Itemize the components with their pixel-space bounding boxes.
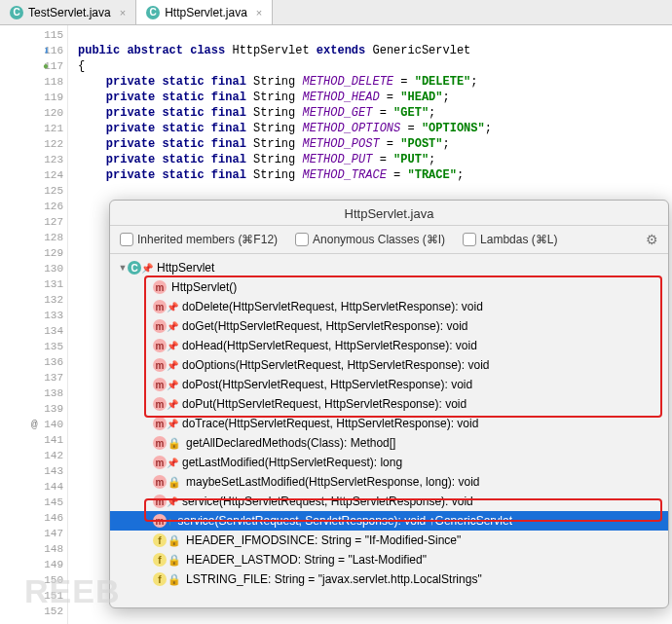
pin-icon: 📌: [168, 341, 177, 350]
pin-icon: 📌: [168, 458, 177, 467]
method-icon: m: [153, 378, 167, 391]
line-number: 135: [0, 339, 67, 354]
line-number: 125: [0, 183, 67, 199]
line-number: 143: [0, 463, 67, 479]
method-icon: m: [153, 319, 167, 333]
download-icon[interactable]: ⬇: [43, 44, 50, 58]
method-icon: m: [153, 495, 167, 508]
class-icon: C: [10, 6, 23, 19]
line-number: 146: [0, 510, 67, 526]
tree-member[interactable]: m📌doOptions(HttpServletRequest, HttpServ…: [110, 355, 668, 375]
line-number: 130: [0, 261, 67, 276]
line-number: 150: [0, 572, 67, 588]
method-icon: m: [153, 436, 167, 450]
line-gutter: 115116⬇117●11811912012112212312412512612…: [0, 25, 68, 624]
line-number: 152: [0, 604, 67, 619]
line-number: 142: [0, 448, 67, 463]
line-number: 136: [0, 354, 67, 370]
line-number: 120: [0, 105, 67, 121]
field-icon: f: [153, 553, 167, 567]
checkbox-icon[interactable]: [120, 233, 133, 246]
code-line: [78, 27, 672, 43]
pin-icon: 📌: [168, 419, 177, 428]
chevron-down-icon[interactable]: ▼: [118, 263, 128, 273]
method-icon: m: [153, 358, 167, 372]
code-line: {: [78, 58, 672, 74]
method-icon: m: [153, 339, 167, 352]
filter-lambdas[interactable]: Lambdas (⌘L): [463, 233, 557, 246]
line-number: 115: [0, 27, 67, 43]
checkbox-icon[interactable]: [463, 233, 476, 246]
lock-icon: 🔒: [168, 534, 181, 547]
line-number: 116⬇: [0, 43, 67, 58]
popup-title: HttpServlet.java: [110, 201, 668, 226]
member-label: getAllDeclaredMethods(Class): Method[]: [186, 436, 395, 450]
tree-member[interactable]: m📌doPost(HttpServletRequest, HttpServlet…: [110, 375, 668, 394]
line-number: 131: [0, 276, 67, 292]
class-icon: C: [146, 6, 160, 19]
gear-icon[interactable]: ⚙: [646, 232, 658, 247]
close-icon[interactable]: ×: [120, 7, 126, 18]
pin-icon: 📌: [142, 263, 152, 273]
method-icon: m: [153, 397, 167, 411]
line-number: 147: [0, 526, 67, 541]
line-number: 137: [0, 370, 67, 385]
tree-member[interactable]: mHttpServlet(): [110, 277, 668, 297]
code-line: private static final String METHOD_DELET…: [78, 74, 672, 90]
popup-filters: Inherited members (⌘F12) Anonymous Class…: [110, 226, 668, 254]
tree-member[interactable]: f🔒HEADER_IFMODSINCE: String = "If-Modifi…: [110, 531, 668, 550]
tree-member[interactable]: m📌getLastModified(HttpServletRequest): l…: [110, 453, 668, 472]
line-number: 148: [0, 541, 67, 557]
override-icon[interactable]: ●: [43, 61, 49, 72]
member-label: service(HttpServletRequest, HttpServletR…: [182, 495, 473, 508]
tree-member[interactable]: m📌doDelete(HttpServletRequest, HttpServl…: [110, 297, 668, 316]
checkbox-icon[interactable]: [295, 233, 309, 246]
pin-icon: 📌: [168, 360, 177, 370]
method-icon: m: [153, 456, 167, 469]
pin-icon: 📌: [168, 496, 177, 506]
tab-label: TestServlet.java: [28, 6, 111, 19]
tree-member[interactable]: m📌doGet(HttpServletRequest, HttpServletR…: [110, 316, 668, 336]
line-number: 123: [0, 152, 67, 167]
field-icon: f: [153, 572, 167, 586]
at-icon: @: [31, 419, 38, 430]
line-number: 121: [0, 121, 67, 136]
tree-member[interactable]: m↑service(ServletRequest, ServletRespons…: [110, 511, 668, 531]
method-icon: m: [153, 475, 167, 489]
filter-inherited[interactable]: Inherited members (⌘F12): [120, 233, 278, 246]
class-icon: C: [128, 261, 141, 275]
lock-icon: 🔒: [168, 554, 181, 567]
member-label: doPut(HttpServletRequest, HttpServletRes…: [182, 397, 467, 411]
tab-testservlet[interactable]: C TestServlet.java ×: [0, 0, 136, 24]
tree-member[interactable]: m🔒maybeSetLastModified(HttpServletRespon…: [110, 472, 668, 492]
tree-root[interactable]: ▼C📌HttpServlet: [110, 258, 668, 277]
line-number: 129: [0, 245, 67, 261]
line-number: 149: [0, 557, 67, 572]
method-icon: m: [153, 514, 167, 528]
tree-member[interactable]: m📌doTrace(HttpServletRequest, HttpServle…: [110, 414, 668, 433]
filter-anonymous[interactable]: Anonymous Classes (⌘I): [295, 233, 445, 246]
structure-tree[interactable]: ▼C📌HttpServletmHttpServlet()m📌doDelete(H…: [110, 254, 668, 605]
member-label: doHead(HttpServletRequest, HttpServletRe…: [182, 339, 477, 352]
code-line: private static final String METHOD_PUT =…: [78, 152, 672, 167]
pin-icon: 📌: [168, 399, 177, 409]
member-label: doDelete(HttpServletRequest, HttpServlet…: [182, 300, 483, 313]
tab-httpservlet[interactable]: C HttpServlet.java ×: [136, 0, 273, 24]
override-up-icon: ↑: [168, 515, 173, 527]
member-label: getLastModified(HttpServletRequest): lon…: [182, 456, 402, 469]
tree-member[interactable]: f🔒HEADER_LASTMOD: String = "Last-Modifie…: [110, 550, 668, 569]
line-number: 117●: [0, 58, 67, 74]
pin-icon: 📌: [168, 321, 177, 331]
tree-member[interactable]: m📌service(HttpServletRequest, HttpServle…: [110, 492, 668, 511]
member-label: doTrace(HttpServletRequest, HttpServletR…: [182, 417, 478, 430]
tree-member[interactable]: m📌doHead(HttpServletRequest, HttpServlet…: [110, 336, 668, 355]
tree-member[interactable]: f🔒LSTRING_FILE: String = "javax.servlet.…: [110, 569, 668, 589]
line-number: 124: [0, 167, 67, 183]
tree-member[interactable]: m🔒getAllDeclaredMethods(Class): Method[]: [110, 433, 668, 453]
member-label: service(ServletRequest, ServletResponse)…: [178, 514, 512, 528]
line-number: 122: [0, 136, 67, 152]
tree-member[interactable]: m📌doPut(HttpServletRequest, HttpServletR…: [110, 394, 668, 414]
line-number: 126: [0, 199, 67, 214]
close-icon[interactable]: ×: [256, 7, 262, 18]
line-number: 145: [0, 495, 67, 510]
